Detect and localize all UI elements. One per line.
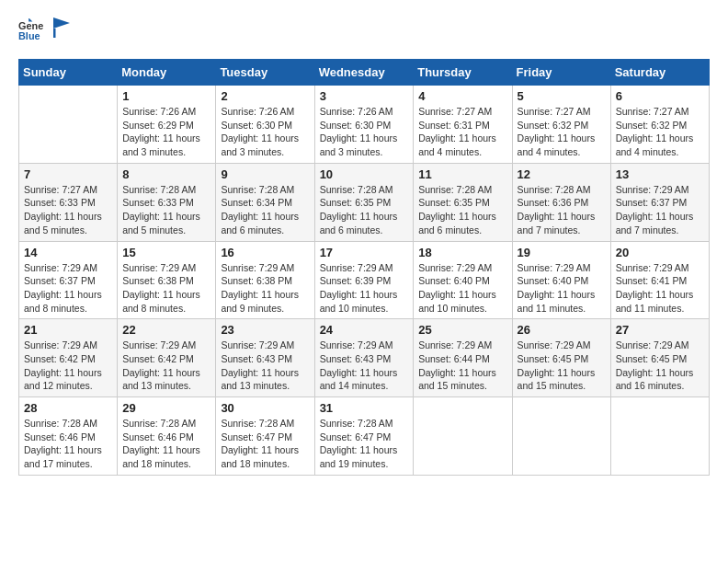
calendar-week-5: 28Sunrise: 7:28 AM Sunset: 6:46 PM Dayli… xyxy=(19,397,710,476)
day-number: 12 xyxy=(518,167,606,181)
calendar-cell: 28Sunrise: 7:28 AM Sunset: 6:46 PM Dayli… xyxy=(19,397,118,476)
calendar-cell: 6Sunrise: 7:27 AM Sunset: 6:32 PM Daylig… xyxy=(610,86,709,164)
generalblue-logo-icon: General Blue xyxy=(18,18,44,44)
calendar-cell: 13Sunrise: 7:29 AM Sunset: 6:37 PM Dayli… xyxy=(610,163,709,241)
calendar-cell: 31Sunrise: 7:28 AM Sunset: 6:47 PM Dayli… xyxy=(314,397,414,476)
day-info: Sunrise: 7:29 AM Sunset: 6:43 PM Dayligh… xyxy=(320,339,409,393)
calendar-cell: 19Sunrise: 7:29 AM Sunset: 6:40 PM Dayli… xyxy=(512,241,610,319)
day-info: Sunrise: 7:29 AM Sunset: 6:37 PM Dayligh… xyxy=(24,261,112,316)
day-info: Sunrise: 7:29 AM Sunset: 6:42 PM Dayligh… xyxy=(24,339,112,393)
day-info: Sunrise: 7:28 AM Sunset: 6:46 PM Dayligh… xyxy=(122,417,210,471)
calendar-cell: 1Sunrise: 7:26 AM Sunset: 6:29 PM Daylig… xyxy=(118,86,216,164)
calendar-cell: 24Sunrise: 7:29 AM Sunset: 6:43 PM Dayli… xyxy=(314,319,414,397)
calendar-cell: 20Sunrise: 7:29 AM Sunset: 6:41 PM Dayli… xyxy=(610,241,709,319)
calendar-cell: 5Sunrise: 7:27 AM Sunset: 6:32 PM Daylig… xyxy=(512,86,610,164)
calendar-week-1: 1Sunrise: 7:26 AM Sunset: 6:29 PM Daylig… xyxy=(19,86,710,164)
calendar-cell: 4Sunrise: 7:27 AM Sunset: 6:31 PM Daylig… xyxy=(414,86,512,164)
day-number: 24 xyxy=(320,323,409,337)
day-number: 3 xyxy=(320,89,409,103)
day-number: 9 xyxy=(221,167,309,181)
day-info: Sunrise: 7:29 AM Sunset: 6:39 PM Dayligh… xyxy=(320,261,409,316)
day-info: Sunrise: 7:26 AM Sunset: 6:29 PM Dayligh… xyxy=(122,105,210,159)
column-header-tuesday: Tuesday xyxy=(216,60,314,86)
day-info: Sunrise: 7:28 AM Sunset: 6:33 PM Dayligh… xyxy=(122,183,210,237)
day-number: 11 xyxy=(418,167,506,181)
day-info: Sunrise: 7:29 AM Sunset: 6:37 PM Dayligh… xyxy=(616,183,704,237)
calendar-week-3: 14Sunrise: 7:29 AM Sunset: 6:37 PM Dayli… xyxy=(19,241,710,319)
calendar-cell: 10Sunrise: 7:28 AM Sunset: 6:35 PM Dayli… xyxy=(314,163,414,241)
day-info: Sunrise: 7:28 AM Sunset: 6:36 PM Dayligh… xyxy=(518,183,606,237)
calendar-header-row: SundayMondayTuesdayWednesdayThursdayFrid… xyxy=(19,60,710,86)
calendar-cell: 30Sunrise: 7:28 AM Sunset: 6:47 PM Dayli… xyxy=(216,397,314,476)
column-header-saturday: Saturday xyxy=(610,60,709,86)
calendar-cell: 21Sunrise: 7:29 AM Sunset: 6:42 PM Dayli… xyxy=(19,319,118,397)
svg-marker-3 xyxy=(53,17,70,29)
day-number: 25 xyxy=(418,323,506,337)
day-info: Sunrise: 7:26 AM Sunset: 6:30 PM Dayligh… xyxy=(221,105,309,159)
day-number: 4 xyxy=(418,89,506,103)
day-number: 7 xyxy=(24,167,112,181)
day-info: Sunrise: 7:28 AM Sunset: 6:35 PM Dayligh… xyxy=(320,183,409,237)
day-info: Sunrise: 7:27 AM Sunset: 6:32 PM Dayligh… xyxy=(616,105,704,159)
day-info: Sunrise: 7:28 AM Sunset: 6:35 PM Dayligh… xyxy=(418,183,506,237)
day-number: 5 xyxy=(518,89,606,103)
column-header-monday: Monday xyxy=(118,60,216,86)
day-info: Sunrise: 7:28 AM Sunset: 6:47 PM Dayligh… xyxy=(320,417,409,471)
calendar-cell: 27Sunrise: 7:29 AM Sunset: 6:45 PM Dayli… xyxy=(610,319,709,397)
calendar-cell xyxy=(610,397,709,476)
day-number: 13 xyxy=(616,167,704,181)
day-info: Sunrise: 7:28 AM Sunset: 6:34 PM Dayligh… xyxy=(221,183,309,237)
calendar-cell xyxy=(512,397,610,476)
calendar-cell: 9Sunrise: 7:28 AM Sunset: 6:34 PM Daylig… xyxy=(216,163,314,241)
calendar-cell: 18Sunrise: 7:29 AM Sunset: 6:40 PM Dayli… xyxy=(414,241,512,319)
day-number: 14 xyxy=(24,246,112,259)
column-header-wednesday: Wednesday xyxy=(314,60,414,86)
calendar-cell: 2Sunrise: 7:26 AM Sunset: 6:30 PM Daylig… xyxy=(216,86,314,164)
svg-text:Blue: Blue xyxy=(18,30,40,41)
day-number: 23 xyxy=(221,323,309,337)
calendar-table: SundayMondayTuesdayWednesdayThursdayFrid… xyxy=(18,59,710,476)
day-number: 27 xyxy=(616,323,704,337)
day-info: Sunrise: 7:27 AM Sunset: 6:33 PM Dayligh… xyxy=(24,183,112,237)
day-info: Sunrise: 7:29 AM Sunset: 6:41 PM Dayligh… xyxy=(616,261,704,316)
day-info: Sunrise: 7:29 AM Sunset: 6:38 PM Dayligh… xyxy=(221,261,309,316)
day-number: 10 xyxy=(320,167,409,181)
day-info: Sunrise: 7:28 AM Sunset: 6:47 PM Dayligh… xyxy=(221,417,309,471)
day-number: 30 xyxy=(221,401,309,415)
day-number: 28 xyxy=(24,401,112,415)
calendar-cell: 17Sunrise: 7:29 AM Sunset: 6:39 PM Dayli… xyxy=(314,241,414,319)
calendar-cell: 8Sunrise: 7:28 AM Sunset: 6:33 PM Daylig… xyxy=(118,163,216,241)
day-info: Sunrise: 7:29 AM Sunset: 6:40 PM Dayligh… xyxy=(418,261,506,316)
day-number: 15 xyxy=(122,246,210,259)
day-number: 20 xyxy=(616,246,704,259)
day-info: Sunrise: 7:29 AM Sunset: 6:40 PM Dayligh… xyxy=(518,261,606,316)
day-number: 1 xyxy=(122,89,210,103)
calendar-cell: 23Sunrise: 7:29 AM Sunset: 6:43 PM Dayli… xyxy=(216,319,314,397)
day-number: 22 xyxy=(122,323,210,337)
day-number: 17 xyxy=(320,246,409,259)
calendar-cell: 12Sunrise: 7:28 AM Sunset: 6:36 PM Dayli… xyxy=(512,163,610,241)
day-info: Sunrise: 7:26 AM Sunset: 6:30 PM Dayligh… xyxy=(320,105,409,159)
calendar-week-4: 21Sunrise: 7:29 AM Sunset: 6:42 PM Dayli… xyxy=(19,319,710,397)
calendar-cell: 16Sunrise: 7:29 AM Sunset: 6:38 PM Dayli… xyxy=(216,241,314,319)
day-number: 2 xyxy=(221,89,309,103)
svg-rect-4 xyxy=(53,29,56,38)
day-info: Sunrise: 7:29 AM Sunset: 6:45 PM Dayligh… xyxy=(518,339,606,393)
day-number: 6 xyxy=(616,89,704,103)
day-info: Sunrise: 7:29 AM Sunset: 6:45 PM Dayligh… xyxy=(616,339,704,393)
day-number: 26 xyxy=(518,323,606,337)
day-info: Sunrise: 7:27 AM Sunset: 6:32 PM Dayligh… xyxy=(518,105,606,159)
day-number: 21 xyxy=(24,323,112,337)
calendar-cell: 3Sunrise: 7:26 AM Sunset: 6:30 PM Daylig… xyxy=(314,86,414,164)
calendar-cell: 26Sunrise: 7:29 AM Sunset: 6:45 PM Dayli… xyxy=(512,319,610,397)
column-header-friday: Friday xyxy=(512,60,610,86)
day-number: 16 xyxy=(221,246,309,259)
calendar-cell: 25Sunrise: 7:29 AM Sunset: 6:44 PM Dayli… xyxy=(414,319,512,397)
column-header-sunday: Sunday xyxy=(19,60,118,86)
day-number: 8 xyxy=(122,167,210,181)
day-info: Sunrise: 7:29 AM Sunset: 6:38 PM Dayligh… xyxy=(122,261,210,316)
day-info: Sunrise: 7:29 AM Sunset: 6:42 PM Dayligh… xyxy=(122,339,210,393)
day-info: Sunrise: 7:29 AM Sunset: 6:44 PM Dayligh… xyxy=(418,339,506,393)
page-header: General Blue xyxy=(18,18,710,44)
day-number: 29 xyxy=(122,401,210,415)
